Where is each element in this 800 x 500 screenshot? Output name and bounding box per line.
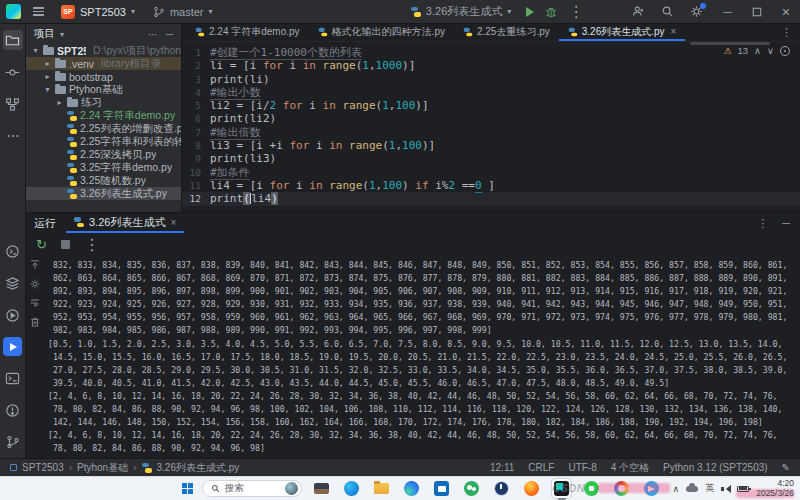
panel-more-icon[interactable]: ⋯ — [148, 29, 158, 40]
panel-hide-icon[interactable]: ─ — [782, 217, 790, 230]
tree-item[interactable]: 2.25深浅拷贝.py — [26, 148, 181, 161]
volume-icon[interactable] — [721, 485, 730, 493]
tree-item[interactable]: 2.24 字符串demo.py — [26, 109, 181, 122]
chevron-icon[interactable]: ▸ — [43, 59, 52, 68]
battery-icon[interactable] — [737, 486, 749, 492]
project-panel-header[interactable]: 项目 ▾ ⋯ ─ — [26, 24, 181, 44]
packages-toolwindow-button[interactable] — [3, 273, 23, 293]
onedrive-icon[interactable] — [686, 486, 698, 492]
readonly-toggle-icon[interactable]: ✎ — [782, 462, 790, 473]
tree-item[interactable]: ▸.venvlibrary根目录 — [26, 57, 181, 70]
tree-item[interactable]: ▾Ptyhon基础 — [26, 83, 181, 96]
clock-widget[interactable]: 4:20 2025/3/26 — [756, 479, 794, 499]
status-item[interactable]: 12:11 — [490, 462, 514, 473]
project-toolwindow-button[interactable] — [3, 30, 23, 50]
run-console[interactable]: 832, 833, 834, 835, 836, 837, 838, 839, … — [26, 255, 800, 458]
task-view-icon[interactable] — [311, 478, 332, 499]
status-item[interactable]: 4 个空格 — [611, 461, 649, 475]
status-item[interactable]: CRLF — [528, 462, 554, 473]
code-line[interactable]: 12print(li4) — [182, 192, 800, 205]
tree-item[interactable]: 2.25字符串和列表的转换.py — [26, 135, 181, 148]
code-line[interactable]: 11li4 = [i for i in range(1,100) if i%2 … — [182, 179, 800, 192]
debug-button[interactable] — [544, 5, 558, 19]
settings-button[interactable] — [690, 5, 703, 18]
start-button[interactable] — [182, 483, 193, 494]
panel-hide-icon[interactable]: ─ — [166, 29, 173, 40]
blue-app-icon[interactable] — [641, 478, 662, 499]
main-menu-icon[interactable] — [29, 4, 48, 18]
vcs-toolwindow-button[interactable] — [3, 432, 23, 452]
maximize-button[interactable] — [752, 7, 762, 17]
project-widget[interactable]: SP SPT2503 ▾ — [56, 3, 140, 21]
python-console-toolwindow-button[interactable] — [3, 241, 23, 261]
tree-item[interactable]: ▾SPT2503D:\pyx\项目\python\myflaskp — [26, 44, 181, 57]
browser-ring-icon[interactable] — [611, 478, 632, 499]
tree-item[interactable]: 2.25列表的增删改查.py — [26, 122, 181, 135]
store-icon[interactable] — [431, 478, 452, 499]
terminal-toolwindow-button[interactable] — [3, 368, 23, 388]
wechat-icon[interactable] — [461, 478, 482, 499]
chevron-icon[interactable]: ▸ — [55, 98, 64, 107]
tree-item[interactable]: ▸练习 — [26, 96, 181, 109]
input-method-indicator[interactable]: 英 — [705, 482, 714, 495]
breadcrumb-item[interactable]: SPT2503 — [22, 462, 64, 473]
prev-problem-icon[interactable]: ∧ — [754, 45, 761, 56]
code-line[interactable]: 2li = [i for i in range(1,1000)] — [182, 59, 800, 72]
tray-chevron-icon[interactable]: ∧ — [673, 484, 680, 494]
file-explorer-icon[interactable] — [371, 478, 392, 499]
more-toolwindows-button[interactable] — [3, 126, 23, 146]
code-line[interactable]: 6print(li2) — [182, 112, 800, 125]
editor-tab[interactable]: 2.25去重练习.py — [454, 24, 559, 41]
soft-wrap-icon[interactable] — [29, 297, 41, 309]
editor-tab[interactable]: 3.26列表生成式.py× — [559, 24, 686, 41]
breadcrumb-item[interactable]: Ptyhon基础 — [77, 461, 128, 475]
inspection-settings-icon[interactable] — [780, 46, 790, 56]
panel-more-icon[interactable]: ⋮ — [757, 217, 768, 230]
clock-app-icon[interactable] — [491, 478, 512, 499]
status-item[interactable]: Python 3.12 (SPT2503) — [663, 462, 768, 473]
edge-icon[interactable] — [401, 478, 422, 499]
copilot-icon[interactable] — [341, 478, 362, 499]
chevron-icon[interactable]: ▾ — [31, 46, 40, 55]
tree-item[interactable]: 3.26列表生成式.py — [26, 187, 181, 200]
code-line[interactable]: 8li3 = [i +i for i in range(1,100)] — [182, 139, 800, 152]
run-tab[interactable]: 3.26列表生成式 × — [66, 213, 184, 233]
close-icon[interactable]: × — [170, 217, 176, 228]
tab-list-icon[interactable]: ⋮ — [773, 24, 800, 41]
commit-toolwindow-button[interactable] — [3, 62, 23, 82]
scroll-to-top-icon[interactable] — [29, 259, 41, 271]
code-line[interactable]: 1#创建一个1-10000个数的列表 — [182, 46, 800, 59]
close-button[interactable]: × — [778, 4, 794, 20]
breadcrumb-item[interactable]: 3.26列表生成式.py — [157, 461, 240, 475]
code-line[interactable]: 10#加条件 — [182, 166, 800, 179]
clear-all-icon[interactable] — [29, 316, 41, 328]
run-button[interactable] — [526, 7, 534, 17]
stop-button[interactable] — [61, 240, 70, 249]
run-toolbar-more-icon[interactable]: ⋮ — [84, 235, 100, 254]
code-line[interactable]: 7#输出倍数 — [182, 126, 800, 139]
editor-tab[interactable]: 格式化输出的四种方法.py — [309, 24, 454, 41]
minimize-button[interactable]: ─ — [719, 5, 736, 19]
code-line[interactable]: 5li2 = [i/2 for i in range(1,100)] — [182, 99, 800, 112]
code-editor[interactable]: ⚠ 13 ∧ ∨ 1#创建一个1-10000个数的列表2li = [i for … — [182, 42, 800, 212]
tree-item[interactable]: 3.25随机数.py — [26, 174, 181, 187]
code-line[interactable]: 3print(li) — [182, 73, 800, 86]
taskbar-search[interactable]: 搜索 — [202, 480, 302, 497]
firefox-icon[interactable] — [521, 478, 542, 499]
code-with-me-icon[interactable] — [632, 5, 645, 18]
tree-item[interactable]: 3.25字符串demo.py — [26, 161, 181, 174]
settings-gear-icon[interactable] — [29, 278, 41, 290]
tree-item[interactable]: ▸bootstrap — [26, 70, 181, 83]
chevron-icon[interactable]: ▸ — [43, 72, 52, 81]
code-line[interactable]: 9print(li3) — [182, 152, 800, 165]
rerun-button[interactable]: ↻ — [36, 238, 47, 251]
chevron-icon[interactable]: ▾ — [43, 85, 52, 94]
next-problem-icon[interactable]: ∨ — [767, 45, 774, 56]
structure-toolwindow-button[interactable] — [3, 94, 23, 114]
run-toolwindow-button-active[interactable] — [3, 337, 22, 356]
editor-tab[interactable]: 2.24 字符串demo.py — [186, 24, 309, 41]
search-icon[interactable] — [661, 5, 674, 18]
code-line[interactable]: 4#输出小数 — [182, 86, 800, 99]
services-toolwindow-button[interactable] — [3, 305, 23, 325]
inspections-widget[interactable]: ⚠ 13 ∧ ∨ — [723, 45, 790, 56]
